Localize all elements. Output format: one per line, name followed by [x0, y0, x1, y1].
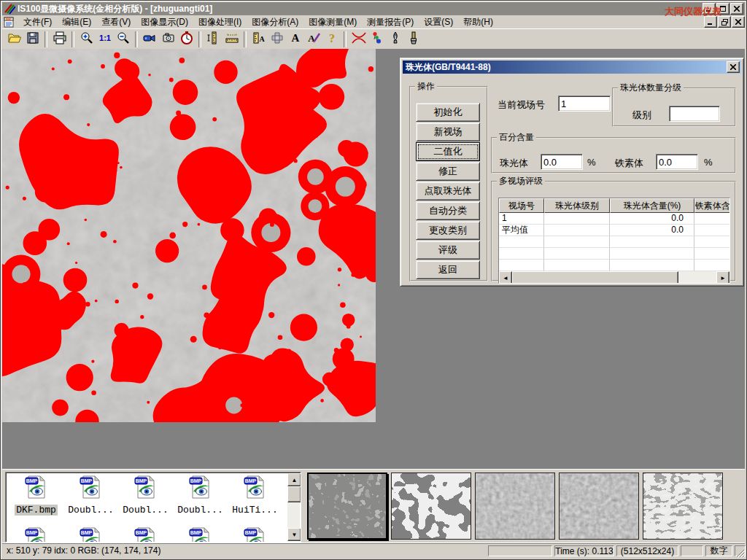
- mdi-minimize-button[interactable]: [704, 16, 717, 28]
- table-row[interactable]: [499, 260, 729, 271]
- brush-icon: [406, 31, 421, 48]
- close-button[interactable]: [730, 3, 743, 15]
- help-button[interactable]: ?: [322, 31, 341, 48]
- minimize-button[interactable]: [703, 3, 716, 15]
- op-button-1[interactable]: 初始化: [416, 103, 480, 122]
- rating-table[interactable]: 视场号珠光体级别珠光体含量(%)铁素体含量(%) 10.0平均值0.0 ◄ ►: [498, 198, 730, 284]
- menu-item-1[interactable]: 文件(F): [18, 15, 57, 29]
- app-window: IS100显微摄像系统(金相分析版) - [zhuguangti01] 大同仪器…: [0, 0, 747, 560]
- print-button[interactable]: [50, 31, 69, 48]
- scroll-thumb[interactable]: [512, 271, 678, 284]
- current-field-input[interactable]: [558, 96, 611, 112]
- thumbnail-5[interactable]: [643, 472, 723, 540]
- zoom-in-button[interactable]: [77, 31, 96, 48]
- op-button-8[interactable]: 评级: [416, 241, 480, 260]
- text-button[interactable]: A: [286, 31, 304, 48]
- thumbnail-3[interactable]: [475, 472, 555, 540]
- level-input[interactable]: [669, 106, 720, 122]
- file-item-row2-3[interactable]: BMP: [118, 526, 173, 542]
- capture-button[interactable]: [159, 31, 177, 48]
- curve-measure-button[interactable]: [349, 31, 368, 48]
- video-camera-button[interactable]: [141, 31, 159, 48]
- table-h-scrollbar[interactable]: ◄ ►: [499, 271, 729, 283]
- menu-item-2[interactable]: 编辑(E): [57, 15, 96, 29]
- op-button-5[interactable]: 点取珠光体: [416, 182, 480, 201]
- file-item-3[interactable]: BMPDoubl...: [118, 475, 173, 516]
- op-button-9[interactable]: 返回: [416, 260, 480, 279]
- actual-size-button[interactable]: 1:1: [96, 31, 114, 48]
- resize-grip[interactable]: [735, 548, 745, 558]
- scroll-right-icon[interactable]: ►: [716, 271, 729, 284]
- scroll-thumb[interactable]: [287, 486, 301, 502]
- timer-button[interactable]: [177, 31, 196, 48]
- thumbnail-2[interactable]: [391, 472, 471, 540]
- file-item-row2-2[interactable]: BMP: [63, 526, 118, 542]
- svg-text:BMP: BMP: [244, 478, 256, 483]
- file-item-2[interactable]: BMPDoubl...: [63, 475, 118, 516]
- op-button-7[interactable]: 更改类别: [416, 221, 480, 240]
- maximize-button[interactable]: [716, 3, 729, 15]
- table-header-4[interactable]: 铁素体含量(%): [694, 198, 730, 213]
- open-folder-icon: [7, 31, 22, 48]
- file-v-scrollbar[interactable]: ▲ ▼: [287, 473, 300, 541]
- table-cell: [694, 236, 730, 248]
- file-item-row2-1[interactable]: BMP: [9, 526, 63, 542]
- mdi-restore-button[interactable]: [718, 16, 731, 28]
- file-item-1[interactable]: BMPDKF.bmp: [9, 475, 63, 516]
- menu-item-5[interactable]: 图像处理(I): [193, 15, 247, 29]
- bmp-file-icon: BMP: [188, 526, 213, 542]
- table-row[interactable]: [499, 236, 729, 248]
- mdi-close-button[interactable]: [732, 16, 745, 28]
- pen-button[interactable]: [386, 31, 404, 48]
- caliper-button[interactable]: [204, 31, 222, 48]
- thumbnail-1[interactable]: [307, 472, 387, 540]
- multi-field-group: 多视场评级 视场号珠光体级别珠光体含量(%)铁素体含量(%) 10.0平均值0.…: [491, 175, 736, 281]
- annotate-button[interactable]: A: [304, 31, 322, 48]
- scroll-left-icon[interactable]: ◄: [499, 271, 512, 284]
- dialog-close-button[interactable]: [727, 61, 740, 73]
- save-button[interactable]: [23, 31, 42, 48]
- table-header-1[interactable]: 视场号: [499, 198, 544, 213]
- measure-text-button[interactable]: A: [249, 31, 268, 48]
- toolbar-separator: [44, 31, 47, 47]
- ferrite-percent-input[interactable]: [656, 154, 698, 170]
- zoom-out-button[interactable]: [114, 31, 132, 48]
- ruler-button[interactable]: [222, 31, 241, 48]
- phase-count-button[interactable]: [368, 31, 386, 48]
- table-row[interactable]: [499, 248, 729, 260]
- micrograph-canvas[interactable]: [2, 49, 376, 422]
- menu-item-4[interactable]: 图像显示(D): [136, 15, 193, 29]
- table-row[interactable]: 10.0: [499, 213, 729, 225]
- brush-button[interactable]: [404, 31, 422, 48]
- status-bar: x: 510 y: 79 idx: 0 RGB: (174, 174, 174)…: [2, 543, 745, 558]
- scroll-up-icon[interactable]: ▲: [287, 473, 301, 486]
- op-button-3[interactable]: 二值化: [416, 142, 480, 161]
- table-header-3[interactable]: 珠光体含量(%): [610, 198, 694, 213]
- file-item-4[interactable]: BMPDoubl...: [173, 475, 228, 516]
- table-header-2[interactable]: 珠光体级别: [544, 198, 610, 213]
- file-item-row2-5[interactable]: BMP: [228, 526, 282, 542]
- open-folder-button[interactable]: [5, 31, 23, 48]
- menu-item-10[interactable]: 帮助(H): [458, 15, 498, 29]
- dialog-title: 珠光体(GB/T9441-88): [406, 61, 491, 74]
- scroll-down-icon[interactable]: ▼: [287, 528, 301, 541]
- thumbnail-4[interactable]: [559, 472, 639, 540]
- pearlite-unit: %: [587, 157, 596, 168]
- pearlite-percent-input[interactable]: [541, 154, 583, 170]
- document-icon[interactable]: DOC: [4, 17, 15, 28]
- menu-item-6[interactable]: 图像分析(A): [247, 15, 303, 29]
- menu-item-7[interactable]: 图像测量(M): [303, 15, 362, 29]
- table-cell: [694, 213, 730, 225]
- dialog-title-bar[interactable]: 珠光体(GB/T9441-88): [403, 61, 741, 74]
- menu-item-3[interactable]: 查看(V): [96, 15, 136, 29]
- grid-button[interactable]: [268, 31, 286, 48]
- menu-item-8[interactable]: 测量报告(P): [362, 15, 419, 29]
- table-row[interactable]: 平均值0.0: [499, 225, 729, 236]
- op-button-6[interactable]: 自动分类: [416, 201, 480, 220]
- file-item-5[interactable]: BMPHuiTi...: [228, 475, 282, 516]
- op-button-2[interactable]: 新视场: [416, 122, 480, 141]
- curve-measure-icon: [351, 31, 367, 48]
- file-item-row2-4[interactable]: BMP: [173, 526, 228, 542]
- op-button-4[interactable]: 修正: [416, 162, 480, 181]
- menu-item-9[interactable]: 设置(S): [419, 15, 458, 29]
